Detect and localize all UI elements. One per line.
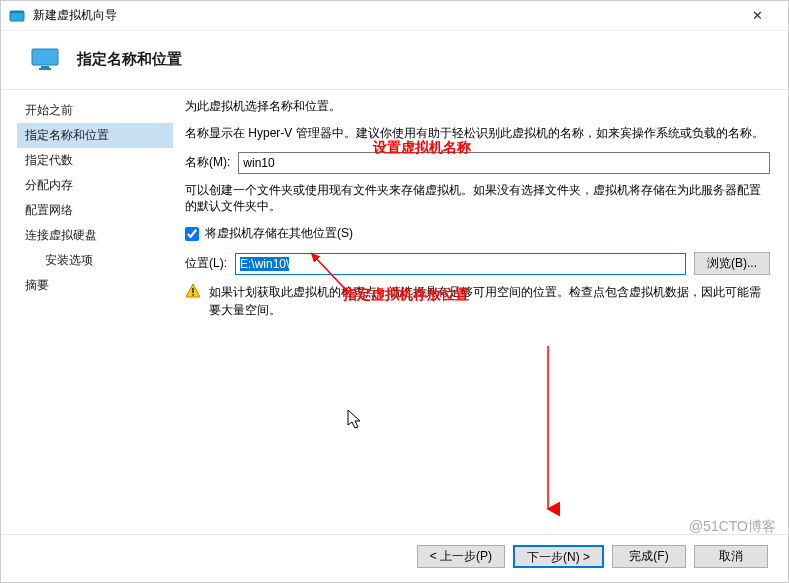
window-title: 新建虚拟机向导 [33,7,117,24]
warning-icon [185,283,201,299]
monitor-icon [31,47,59,71]
page-heading: 指定名称和位置 [77,50,182,69]
wizard-footer: < 上一步(P) 下一步(N) > 完成(F) 取消 [1,534,788,582]
next-button[interactable]: 下一步(N) > [513,545,604,568]
wizard-steps-sidebar: 开始之前 指定名称和位置 指定代数 分配内存 配置网络 连接虚拟硬盘 安装选项 … [1,89,173,499]
svg-rect-2 [32,49,58,65]
wizard-content: 为此虚拟机选择名称和位置。 名称显示在 Hyper-V 管理器中。建议你使用有助… [173,89,788,499]
store-elsewhere-row: 将虚拟机存储在其他位置(S) [185,225,770,242]
cancel-button[interactable]: 取消 [694,545,768,568]
browse-button[interactable]: 浏览(B)... [694,252,770,275]
intro-text: 为此虚拟机选择名称和位置。 [185,98,770,115]
location-label: 位置(L): [185,255,227,272]
warning-text: 如果计划获取此虚拟机的检查点，请选择具有足够可用空间的位置。检查点包含虚拟机数据… [209,283,770,319]
step-vhd[interactable]: 连接虚拟硬盘 [17,223,173,248]
step-network[interactable]: 配置网络 [17,198,173,223]
titlebar: 新建虚拟机向导 ✕ [1,1,788,31]
wizard-header: 指定名称和位置 [1,31,788,89]
desc-text: 名称显示在 Hyper-V 管理器中。建议你使用有助于轻松识别此虚拟机的名称，如… [185,125,770,142]
window-close-button[interactable]: ✕ [735,1,780,31]
step-generation[interactable]: 指定代数 [17,148,173,173]
svg-rect-4 [39,68,51,70]
folder-hint-text: 可以创建一个文件夹或使用现有文件夹来存储虚拟机。如果没有选择文件夹，虚拟机将存储… [185,182,770,216]
step-summary[interactable]: 摘要 [17,273,173,298]
warning-row: 如果计划获取此虚拟机的检查点，请选择具有足够可用空间的位置。检查点包含虚拟机数据… [185,283,770,319]
step-memory[interactable]: 分配内存 [17,173,173,198]
step-name-location[interactable]: 指定名称和位置 [17,123,173,148]
close-icon: ✕ [752,8,763,23]
svg-rect-3 [41,66,49,68]
prev-button[interactable]: < 上一步(P) [417,545,505,568]
vm-name-input[interactable] [238,152,770,174]
svg-rect-6 [192,294,194,296]
store-elsewhere-checkbox[interactable] [185,227,199,241]
svg-rect-1 [10,11,24,13]
location-input[interactable]: E:\win10\ [235,253,686,275]
wizard-body: 开始之前 指定名称和位置 指定代数 分配内存 配置网络 连接虚拟硬盘 安装选项 … [1,89,788,499]
name-label: 名称(M): [185,154,230,171]
svg-rect-5 [192,288,194,293]
app-icon [9,8,25,24]
store-elsewhere-label[interactable]: 将虚拟机存储在其他位置(S) [205,225,353,242]
step-install-options[interactable]: 安装选项 [17,248,173,273]
location-value-selected: E:\win10\ [240,257,289,271]
finish-button[interactable]: 完成(F) [612,545,686,568]
step-before-begin[interactable]: 开始之前 [17,98,173,123]
name-row: 名称(M): [185,152,770,174]
location-row: 位置(L): E:\win10\ 浏览(B)... [185,252,770,275]
